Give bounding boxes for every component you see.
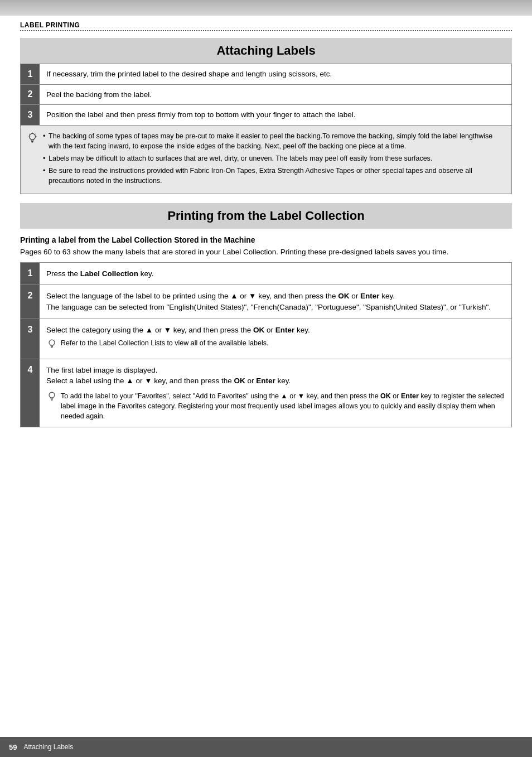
svg-point-11 (49, 392, 55, 398)
svg-rect-13 (51, 400, 53, 401)
svg-line-4 (29, 133, 30, 134)
lc-step-4-text: The first label image is displayed. Sele… (40, 359, 511, 427)
table-row: 3 Position the label and then press firm… (21, 104, 511, 125)
attaching-labels-steps: 1 If necessary, trim the printed label t… (20, 64, 512, 126)
step-4-note-text: To add the label to your "Favorites", se… (61, 391, 505, 421)
svg-point-8 (49, 340, 55, 345)
step-2-text: Peel the backing from the label. (40, 85, 511, 105)
subsection-desc: Pages 60 to 63 show the many labels that… (20, 247, 512, 258)
step-3-note-icon (46, 339, 57, 353)
svg-rect-10 (51, 348, 53, 348)
lc-step-4-line2: Select a label using the ▲ or ▼ key, and… (46, 377, 291, 385)
table-row: 3 Select the category using the ▲ or ▼ k… (21, 319, 511, 359)
svg-rect-1 (31, 141, 33, 141)
table-row: 1 If necessary, trim the printed label t… (21, 64, 511, 84)
step-4-note: To add the label to your "Favorites", se… (46, 391, 505, 421)
lc-step-4-line1: The first label image is displayed. (46, 366, 158, 374)
table-row: 4 The first label image is displayed. Se… (21, 359, 511, 427)
lc-step-1-num: 1 (21, 263, 40, 285)
top-bar (0, 0, 532, 16)
step-3-text: Position the label and then press firmly… (40, 105, 511, 125)
dotted-divider (20, 30, 512, 31)
lc-step-3-num: 3 (21, 319, 40, 359)
step-1-num: 1 (21, 64, 40, 84)
attaching-labels-title: Attaching Labels (20, 44, 512, 58)
table-row: 2 Select the language of the label to be… (21, 285, 511, 319)
attaching-labels-title-box: Attaching Labels (20, 38, 512, 64)
section-label: LABEL PRINTING (20, 21, 512, 29)
note-icon (26, 132, 38, 146)
footer-bar: 59 Attaching Labels (0, 737, 532, 757)
note-bullet-1: The backing of some types of tapes may b… (43, 131, 504, 151)
table-row: 1 Press the Label Collection key. (21, 263, 511, 286)
label-collection-title: Printing from the Label Collection (20, 209, 512, 223)
step-3-note-text: Refer to the Label Collection Lists to v… (61, 339, 268, 349)
label-collection-title-box: Printing from the Label Collection (20, 203, 512, 229)
footer-label: Attaching Labels (23, 743, 73, 751)
subsection-title: Printing a label from the Label Collecti… (20, 235, 512, 244)
table-row: 2 Peel the backing from the label. (21, 84, 511, 105)
page-number: 59 (9, 743, 17, 751)
lc-step-4-num: 4 (21, 359, 40, 427)
note-bullet-3: Be sure to read the instructions provide… (43, 166, 504, 186)
attaching-labels-note: The backing of some types of tapes may b… (20, 126, 512, 195)
lc-step-1-text: Press the Label Collection key. (40, 263, 511, 285)
step-3-note: Refer to the Label Collection Lists to v… (46, 339, 505, 353)
step-2-num: 2 (21, 85, 40, 105)
note-content: The backing of some types of tapes may b… (43, 131, 504, 189)
lc-step-2-text: Select the language of the label to be p… (40, 285, 511, 318)
step-1-text: If necessary, trim the printed label to … (40, 64, 511, 84)
svg-rect-9 (51, 346, 53, 347)
note-bullet-2: Labels may be difficult to attach to sur… (43, 153, 504, 163)
svg-rect-12 (51, 399, 53, 399)
lc-step-3-text: Select the category using the ▲ or ▼ key… (40, 319, 511, 359)
svg-point-0 (30, 133, 36, 139)
step-3-num: 3 (21, 105, 40, 125)
lc-step-2-num: 2 (21, 285, 40, 318)
svg-line-5 (35, 133, 36, 134)
svg-rect-2 (31, 142, 33, 142)
step-4-note-icon (46, 391, 57, 406)
label-collection-steps: 1 Press the Label Collection key. 2 Sele… (20, 262, 512, 427)
